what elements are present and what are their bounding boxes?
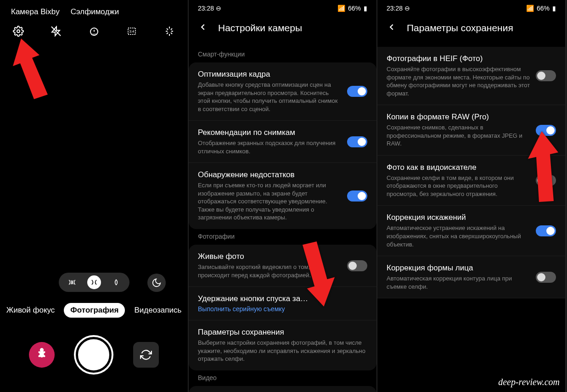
bixby-camera-link[interactable]: Камера Bixby <box>11 7 60 17</box>
setting-selfie-as-preview[interactable]: Фото как в видоискателе Сохранение селфи… <box>377 156 565 206</box>
toggle-motion-photo[interactable] <box>347 260 367 271</box>
setting-save-options[interactable]: Параметры сохранения Выберите настройки … <box>189 320 376 370</box>
status-bar: 23:28 ⊖ 📶 66% ▮ <box>189 0 376 15</box>
zoom-ultrawide-icon[interactable] <box>65 275 79 289</box>
settings-gear-icon[interactable] <box>13 26 24 39</box>
switch-camera-icon[interactable] <box>133 342 159 368</box>
status-battery: 📶 66% ▮ <box>337 5 367 12</box>
svg-text:3:4: 3:4 <box>129 29 135 34</box>
gallery-thumbnail[interactable] <box>29 342 55 368</box>
status-bar: 23:28 ⊖ 📶 66% ▮ <box>377 0 565 15</box>
selfiemoji-link[interactable]: Сэлфимоджи <box>71 7 119 17</box>
zoom-wide-icon[interactable] <box>87 275 101 289</box>
setting-motion-photo[interactable]: Живые фото Записывайте короткий видеокли… <box>189 245 376 287</box>
toggle-distortion-correction[interactable] <box>536 225 556 236</box>
watermark: deep-review.com <box>498 377 560 387</box>
svg-line-12 <box>167 33 168 34</box>
toggle-flaw-detection[interactable] <box>347 190 367 202</box>
setting-hold-shutter[interactable]: Удержание кнопки спуска за… Выполнить се… <box>189 287 376 320</box>
svg-point-0 <box>17 30 20 33</box>
toggle-raw-copies[interactable] <box>536 125 556 136</box>
svg-line-10 <box>167 28 168 30</box>
setting-scene-optimizer[interactable]: Оптимизация кадра Добавьте кнопку средст… <box>189 62 376 121</box>
setting-face-shape-correction[interactable]: Коррекция формы лица Автоматическая корр… <box>377 256 565 298</box>
toggle-selfie-as-preview[interactable] <box>536 175 556 186</box>
status-battery: 📶 66% ▮ <box>526 5 556 12</box>
night-mode-icon[interactable] <box>147 274 166 292</box>
zoom-tele-icon[interactable] <box>109 275 123 289</box>
status-time: 23:28 ⊖ <box>387 5 410 12</box>
section-video: Видео <box>189 370 376 386</box>
back-icon[interactable] <box>387 22 397 34</box>
mode-photo[interactable]: Фотография <box>64 303 125 318</box>
timer-off-icon[interactable]: OFF <box>89 26 100 39</box>
svg-line-11 <box>171 33 172 34</box>
setting-flaw-detection[interactable]: Обнаружение недостатков Если при съемке … <box>189 163 376 229</box>
section-smart: Смарт-функции <box>189 47 376 62</box>
toggle-scene-optimizer[interactable] <box>347 86 367 97</box>
camera-settings-panel: 23:28 ⊖ 📶 66% ▮ Настройки камеры Смарт-ф… <box>189 0 377 392</box>
flash-off-icon[interactable] <box>51 26 62 39</box>
setting-heif[interactable]: Фотографии в HEIF (Фото) Сохраняйте фото… <box>377 47 565 105</box>
toggle-face-shape-correction[interactable] <box>536 272 556 283</box>
setting-distortion-correction[interactable]: Коррекция искажений Автоматическое устра… <box>377 206 565 256</box>
mode-live-focus[interactable]: Живой фокус <box>6 306 55 315</box>
mode-video[interactable]: Видеозапись <box>134 306 181 315</box>
save-options-panel: 23:28 ⊖ 📶 66% ▮ Параметры сохранения Фот… <box>377 0 566 392</box>
camera-app-panel: Камера Bixby Сэлфимоджи OFF 3:4 Живой фо… <box>0 0 189 392</box>
toggle-shot-suggestions[interactable] <box>347 136 367 147</box>
section-photos: Фотографии <box>189 229 376 245</box>
effects-icon[interactable] <box>164 26 175 39</box>
svg-line-13 <box>171 28 172 30</box>
setting-raw-copies[interactable]: Копии в формате RAW (Pro) Сохранение сни… <box>377 105 565 156</box>
toggle-heif[interactable] <box>536 70 556 81</box>
zoom-selector <box>59 273 129 292</box>
svg-text:OFF: OFF <box>91 33 97 36</box>
aspect-ratio-icon[interactable]: 3:4 <box>126 26 137 39</box>
setting-shot-suggestions[interactable]: Рекомендации по снимкам Отображение экра… <box>189 121 376 163</box>
setting-video-size[interactable]: Размер видео (основная камера) 16:9 FHD … <box>189 386 376 392</box>
back-icon[interactable] <box>198 22 208 34</box>
page-title: Параметры сохранения <box>407 22 513 34</box>
status-time: 23:28 ⊖ <box>198 5 221 12</box>
shutter-button[interactable] <box>76 337 112 373</box>
page-title: Настройки камеры <box>218 22 302 34</box>
